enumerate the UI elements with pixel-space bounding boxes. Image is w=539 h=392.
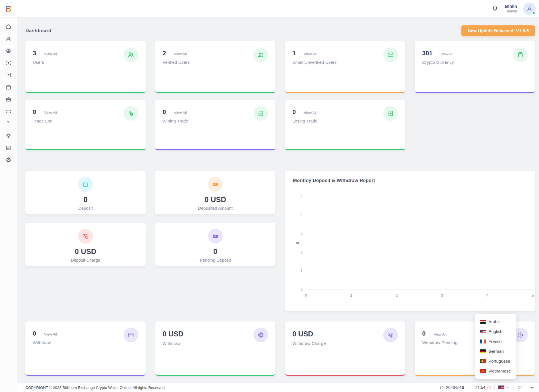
mail-icon [383,47,398,62]
stat-value: 0 [33,108,36,116]
deposit-charge-card: $ 0 USD Deposit Charge [25,223,146,266]
ticket-icon[interactable] [5,108,12,115]
coins-icon: $ [124,106,138,121]
mini-label: Pending Deposit [155,258,275,262]
flag-icon[interactable] [5,120,12,127]
email-unverified-card: 1 View All Email Unverified Users [285,41,405,93]
gear-filled-icon[interactable]: ⚙ [6,157,11,163]
notifications-bell-icon[interactable] [492,5,498,13]
usa-flag-icon[interactable] [498,386,504,389]
caret-up-icon[interactable] [506,386,510,389]
stat-value: 0 USD [292,330,313,338]
y-tick: 0 [296,288,303,292]
mini-value: 0 [25,195,146,204]
view-all-link[interactable]: View All [441,52,453,56]
wallet-icon [78,177,93,192]
footer: COPYRIGHT © 2023 BitKhum Exchange Crypto… [17,383,539,392]
view-all-link[interactable]: View All [44,111,57,115]
deposited-amount-card: 0 USD Deposited Amount [155,171,275,214]
withdraw-card: 0 View All Withdraw [25,321,146,376]
language-label: French [488,339,502,344]
mini-label: Deposit Charge [25,258,146,262]
page-title: Dashboard [25,28,51,34]
svg-text:$: $ [260,334,262,336]
avatar-letter: A [527,5,532,12]
brightness-icon[interactable] [530,385,534,390]
cash-icon [208,229,223,244]
id-badge-icon[interactable] [5,60,12,66]
monthly-report-chart-card: Monthly Deposit & Withdraw Report $ 5 4 … [285,171,535,311]
journal-icon[interactable] [5,72,12,78]
portugal-flag-icon [480,359,486,363]
view-all-link[interactable]: View All [44,52,57,56]
trade-down-icon [383,106,398,121]
stats-row-2: 0 View All Trade Log $ 0 View All Wining… [25,100,535,150]
germany-flag-icon [480,349,486,353]
online-status-dot [532,12,535,15]
deposit-cards: 0 Deposit 0 USD Deposited Amount $ 0 USD… [25,171,275,311]
folder-icon[interactable] [5,84,12,90]
chevron-right-icon [468,386,471,389]
language-option-french[interactable]: French [475,336,516,346]
y-tick: 2 [296,250,303,254]
stat-value: 1 [292,50,296,57]
mini-label: Deposited Amount [155,206,275,211]
trade-log-card: 0 View All Trade Log $ [25,100,146,150]
language-label: Portuguese [488,359,510,363]
y-tick: 4 [296,213,303,217]
view-all-link[interactable]: View All [304,111,316,115]
x-tick: 1 [350,293,352,297]
language-label: German [488,349,504,354]
mini-value: 0 [155,247,275,256]
view-all-link[interactable]: View All [174,52,187,56]
vietnam-flag-icon [480,369,486,373]
mini-value: 0 USD [155,195,275,204]
pending-deposit-card: 0 Pending Deposit [155,223,275,266]
language-label: Arabic [488,319,501,324]
news-icon[interactable] [5,144,12,151]
wallet-icon [124,328,138,342]
view-all-link[interactable]: View All [44,332,57,336]
y-tick: 5 [296,194,303,198]
brand-logo-icon[interactable]: B [5,5,12,13]
egypt-flag-icon [480,320,486,324]
y-axis-label: $ [296,242,300,244]
view-all-link[interactable]: View All [304,52,316,56]
wallet-icon [513,47,528,62]
stat-value: 0 USD [163,330,183,338]
gear-icon[interactable] [5,132,12,139]
divider [526,385,526,390]
trade-up-icon [253,106,268,121]
mini-label: Deposit [25,206,146,211]
money-coin-icon: $ [383,328,398,342]
language-option-english[interactable]: English [475,327,516,336]
france-flag-icon [480,340,486,343]
view-all-link[interactable]: View All [433,332,446,336]
avatar[interactable]: A [523,3,536,15]
verified-users-card: 2 View All Verified Users [155,41,275,93]
username: admin [505,4,517,9]
clock-icon [439,385,444,390]
stat-value: 301 [422,50,433,57]
stat-value: 2 [163,50,166,57]
language-label: English [488,329,502,334]
dollar-coin-icon[interactable]: $ [5,47,12,54]
language-option-german[interactable]: German [475,346,516,356]
svg-text:$: $ [8,50,9,52]
chart-plot-area: $ 5 4 3 2 1 0 0 1 2 3 4 5 [306,196,533,290]
language-option-arabic[interactable]: Arabic [475,317,516,327]
view-all-link[interactable]: View All [174,111,187,115]
update-released-button[interactable]: New Update Released: V1.6.5 [461,25,535,36]
withdraw-charge-card: 0 USD Withdraw Charge $ [285,321,405,376]
deposit-and-chart-section: 0 Deposit 0 USD Deposited Amount $ 0 USD… [25,171,535,311]
fullscreen-icon[interactable] [517,385,522,390]
app-logo[interactable]: B [0,5,17,13]
home-icon[interactable] [5,23,12,30]
users-icon[interactable] [5,35,12,42]
briefcase-icon[interactable] [5,96,12,102]
chart-title: Monthly Deposit & Withdraw Report [285,171,535,183]
language-option-portuguese[interactable]: Portuguese [475,356,516,366]
users-group-icon [124,47,138,62]
deposit-card: 0 Deposit [25,171,146,214]
language-option-vietnamese[interactable]: Vietnamese [475,366,516,376]
